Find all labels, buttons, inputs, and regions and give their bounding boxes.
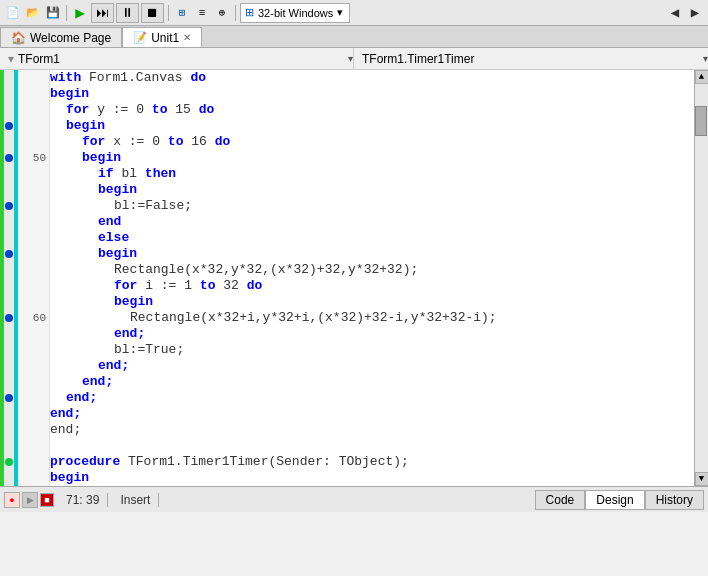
- cursor-position: 71: 39: [58, 493, 108, 507]
- platform-dropdown[interactable]: ⊞ 32-bit Windows ▾: [240, 3, 350, 23]
- sep3: [235, 5, 236, 21]
- bp-9[interactable]: [5, 198, 13, 214]
- code-line-8: begin: [50, 182, 694, 198]
- bp-12[interactable]: [5, 246, 13, 262]
- code-line-2: begin: [50, 86, 694, 102]
- status-bar: ● ▶ ■ 71: 39 Insert Code Design History: [0, 486, 708, 512]
- line-numbers: 50 60: [18, 70, 50, 486]
- method-drop-arrow: ▾: [703, 53, 708, 64]
- stop-icon[interactable]: ■: [40, 493, 54, 507]
- ln-12: [18, 246, 46, 262]
- code-line-14: for i := 1 to 32 do: [50, 278, 694, 294]
- stop-button[interactable]: ⏹: [141, 3, 164, 23]
- class-name: TForm1: [18, 52, 60, 66]
- uses-icon[interactable]: ⊕: [213, 4, 231, 22]
- code-line-25: procedure TForm1.Timer1Timer(Sender: TOb…: [50, 454, 694, 470]
- tab-close-icon[interactable]: ✕: [183, 32, 191, 43]
- code-line-11: else: [50, 230, 694, 246]
- ln-26: [18, 470, 46, 486]
- breakpoint-gutter: [4, 70, 14, 486]
- bp-6[interactable]: [5, 150, 13, 166]
- class-dropdown-icon: ▾: [8, 52, 14, 66]
- platform-icon: ⊞: [245, 6, 254, 19]
- ln-4: [18, 118, 46, 134]
- ln-60: 60: [18, 310, 46, 326]
- open-icon[interactable]: 📂: [24, 4, 42, 22]
- tab-welcome-page[interactable]: 🏠 Welcome Page: [0, 27, 122, 47]
- bottom-tab-code[interactable]: Code: [535, 490, 586, 510]
- hint-icon[interactable]: ▶: [22, 492, 38, 508]
- ln-25: [18, 454, 46, 470]
- pause-button[interactable]: ⏸: [116, 3, 139, 23]
- code-line-17: end;: [50, 326, 694, 342]
- bottom-tab-design[interactable]: Design: [585, 490, 644, 510]
- step-over-button[interactable]: ⏭: [91, 3, 114, 23]
- code-line-7: if bl then: [50, 166, 694, 182]
- code-line-24: [50, 438, 694, 454]
- class-dropdown[interactable]: ▾ TForm1 ▾: [0, 48, 354, 69]
- code-line-9: bl:=False;: [50, 198, 694, 214]
- ln-50: 50: [18, 150, 46, 166]
- code-line-3: for y := 0 to 15 do: [50, 102, 694, 118]
- ln-2: [18, 86, 46, 102]
- code-line-6: begin: [50, 150, 694, 166]
- editor-tabs: 🏠 Welcome Page 📝 Unit1 ✕: [0, 26, 708, 48]
- run-button[interactable]: ▶: [71, 4, 89, 22]
- tab-unit1-label: Unit1: [151, 31, 179, 45]
- platform-label: 32-bit Windows: [258, 7, 333, 19]
- class-drop-arrow: ▾: [348, 53, 353, 64]
- nav-fwd-button[interactable]: ▶: [686, 4, 704, 22]
- bottom-tab-history[interactable]: History: [645, 490, 704, 510]
- code-line-13: Rectangle(x*32,y*32,(x*32)+32,y*32+32);: [50, 262, 694, 278]
- scroll-thumb[interactable]: [695, 106, 707, 136]
- bp-25[interactable]: [5, 454, 13, 470]
- status-icons: ● ▶ ■: [4, 492, 54, 508]
- code-line-1: with Form1.Canvas do: [50, 70, 694, 86]
- save-icon[interactable]: 💾: [44, 4, 62, 22]
- code-line-4: begin: [50, 118, 694, 134]
- tab-unit1[interactable]: 📝 Unit1 ✕: [122, 27, 202, 47]
- new-icon[interactable]: 📄: [4, 4, 22, 22]
- ln-19: [18, 358, 46, 374]
- code-line-10: end: [50, 214, 694, 230]
- ln-9: [18, 198, 46, 214]
- ln-11: [18, 230, 46, 246]
- code-line-21: end;: [50, 390, 694, 406]
- unit-icon[interactable]: ≡: [193, 4, 211, 22]
- ln-10: [18, 214, 46, 230]
- home-icon: 🏠: [11, 31, 26, 45]
- method-dropdown[interactable]: TForm1.Timer1Timer ▾: [354, 48, 708, 69]
- ln-20: [18, 374, 46, 390]
- code-line-18: bl:=True;: [50, 342, 694, 358]
- main-toolbar: 📄 📂 💾 ▶ ⏭ ⏸ ⏹ ⊞ ≡ ⊕ ⊞ 32-bit Windows ▾ ◀…: [0, 0, 708, 26]
- scroll-down-button[interactable]: ▼: [695, 472, 709, 486]
- code-line-12: begin: [50, 246, 694, 262]
- ln-15: [18, 294, 46, 310]
- toggle-form-icon[interactable]: ⊞: [173, 4, 191, 22]
- sep2: [168, 5, 169, 21]
- platform-dropdown-arrow: ▾: [337, 6, 343, 19]
- vertical-scrollbar[interactable]: ▲ ▼: [694, 70, 708, 486]
- code-line-15: begin: [50, 294, 694, 310]
- code-icon: 📝: [133, 31, 147, 44]
- bp-21[interactable]: [5, 390, 13, 406]
- ln-3: [18, 102, 46, 118]
- ln-1: [18, 70, 46, 86]
- ln-14: [18, 278, 46, 294]
- editor-class-bar: ▾ TForm1 ▾ TForm1.Timer1Timer ▾: [0, 48, 708, 70]
- ln-7: [18, 166, 46, 182]
- bp-4[interactable]: [5, 118, 13, 134]
- editor-main: 50 60 with Form1.Canvas do begin for y :…: [0, 70, 708, 486]
- ln-18: [18, 342, 46, 358]
- edit-mode: Insert: [112, 493, 159, 507]
- ln-22: [18, 406, 46, 422]
- nav-back-button[interactable]: ◀: [666, 4, 684, 22]
- bp-16[interactable]: [5, 310, 13, 326]
- bottom-tab-group: Code Design History: [535, 490, 704, 510]
- code-editor[interactable]: with Form1.Canvas do begin for y := 0 to…: [50, 70, 694, 486]
- scroll-up-button[interactable]: ▲: [695, 70, 709, 84]
- ln-13: [18, 262, 46, 278]
- tab-welcome-label: Welcome Page: [30, 31, 111, 45]
- code-line-5: for x := 0 to 16 do: [50, 134, 694, 150]
- error-icon[interactable]: ●: [4, 492, 20, 508]
